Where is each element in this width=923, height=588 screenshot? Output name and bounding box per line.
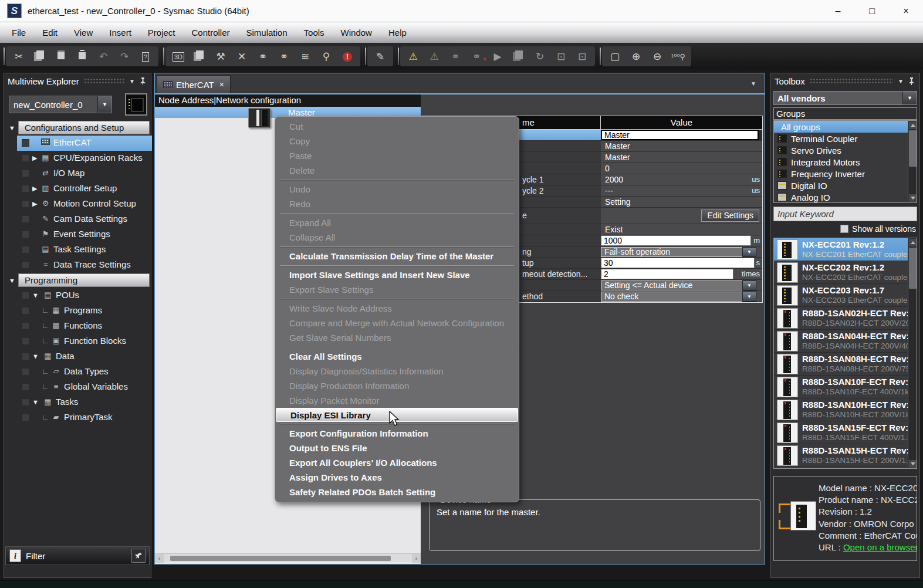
menu-item-output-to-ens-file[interactable]: Output to ENS File (275, 441, 519, 455)
group-item-servo-drives[interactable]: Servo Drives (774, 144, 917, 156)
undo-icon[interactable]: ↶ (93, 50, 114, 63)
copy-icon[interactable] (29, 50, 50, 62)
scrollbar-thumb[interactable] (909, 130, 917, 167)
redo-icon[interactable]: ↷ (114, 50, 135, 63)
group-item-all-groups[interactable]: All groups (774, 121, 917, 133)
scroll-down-icon[interactable] (909, 194, 917, 202)
scroll-left-icon[interactable]: ‹ (155, 554, 164, 563)
filter-bar[interactable]: i Filter (5, 546, 150, 565)
expand-arrow-icon[interactable]: ▶ (32, 200, 37, 208)
download-icon[interactable]: ⊡ (550, 50, 572, 63)
scroll-up-icon[interactable] (909, 121, 917, 129)
chevron-down-icon[interactable]: ▼ (97, 96, 111, 113)
check-method-dropdown[interactable]: No check ▼ (601, 292, 756, 302)
sync-icon[interactable]: ↻ (529, 50, 550, 63)
tree-item-cam-data-settings[interactable]: ✎ Cam Data Settings (4, 212, 151, 227)
tree-item-function-blocks[interactable]: ∟ ▣ Function Blocks (4, 334, 151, 349)
device-item-nx-ecc201[interactable]: NX-ECC201 Rev:1.2 NX-ECC201 EtherCAT cou… (774, 238, 917, 261)
group-item-terminal-coupler[interactable]: Terminal Coupler (774, 133, 917, 144)
controller-selector[interactable]: new_Controller_0 ▼ (9, 96, 112, 113)
close-button[interactable]: × (889, 0, 923, 22)
menu-item-export-slave-settings[interactable]: Export Slave Settings (275, 282, 519, 297)
menu-view[interactable]: View (66, 22, 101, 43)
group-item-analog-io[interactable]: Analog IO (774, 191, 917, 203)
tree-item-tasks[interactable]: ▼ ▦ Tasks (4, 395, 151, 410)
scroll-up-icon[interactable] (909, 239, 917, 246)
menu-item-collapse-all[interactable]: Collapse All (275, 230, 519, 245)
tree-item-io-map[interactable]: ⇄ I/O Map (4, 166, 151, 181)
upload-icon[interactable]: ⊡ (572, 50, 593, 63)
device-item-r88d-1san02h[interactable]: R88D-1SAN02H-ECT Rev:1.0 R88D-1SAN02H-EC… (774, 307, 917, 330)
filter-pin-button[interactable] (131, 549, 146, 563)
tree-item-task-settings[interactable]: ▤ Task Settings (4, 242, 151, 258)
open-browser-link[interactable]: Open on a browser (843, 542, 917, 552)
device-item-r88d-1san15f[interactable]: R88D-1SAN15F-ECT Rev:1.0 R88D-1SAN15F-EC… (774, 421, 917, 444)
data-trace-icon[interactable]: ≋ (295, 50, 316, 63)
menu-item-clear-all-settings[interactable]: Clear All Settings (275, 349, 519, 364)
menu-simulation[interactable]: Simulation (238, 22, 296, 43)
monitor-watch-icon[interactable]: ⚭ (252, 50, 273, 63)
menu-item-display-packet-monitor[interactable]: Display Packet Monitor (275, 393, 519, 408)
monitor-stop-icon[interactable]: ⚭✕ (466, 50, 487, 63)
tree-item-controller-setup[interactable]: ▶ ▥ Controller Setup (4, 181, 151, 197)
zoom-100-icon[interactable]: ¹⁰⁰⚲ (668, 52, 689, 61)
tree-item-motion-control-setup[interactable]: ▶ ⚙ Motion Control Setup (4, 197, 151, 212)
menu-item-display-production-info[interactable]: Display Production Information (275, 379, 519, 393)
tree-item-global-variables[interactable]: ∟ ≡ Global Variables (4, 380, 151, 395)
panel-menu-icon[interactable]: ▼ (898, 78, 904, 85)
section-programming[interactable]: Programming (18, 273, 150, 287)
delete-icon[interactable] (72, 50, 93, 62)
group-item-digital-io[interactable]: Digital IO (774, 180, 917, 191)
menu-window[interactable]: Window (333, 22, 380, 43)
vendor-filter-dropdown[interactable]: All vendors ▼ (773, 91, 917, 105)
tree-item-cpu-expansion-racks[interactable]: ▶ ▦ CPU/Expansion Racks (4, 151, 151, 166)
collapse-arrow-icon[interactable]: ▼ (9, 277, 15, 284)
menu-item-undo[interactable]: Undo (275, 182, 519, 197)
cut-icon[interactable]: ✂ (8, 50, 29, 63)
menu-edit[interactable]: Edit (34, 22, 66, 43)
fit-zoom-icon[interactable]: ▢ (604, 50, 626, 63)
tree-item-data-types[interactable]: ∟ ▱ Data Types (4, 364, 151, 380)
view-3d-icon[interactable]: 3D (168, 50, 189, 62)
tree-item-primary-task[interactable]: ∟ ▰ PrimaryTask (4, 410, 151, 425)
menu-controller[interactable]: Controller (183, 22, 238, 43)
expand-arrow-icon[interactable]: ▶ (32, 154, 37, 162)
menu-item-delete[interactable]: Delete (275, 163, 519, 178)
tree-item-data-trace-settings[interactable]: ≈ Data Trace Settings (4, 258, 151, 273)
device-name-input[interactable] (601, 130, 759, 140)
device-item-r88d-1san15h[interactable]: R88D-1SAN15H-ECT Rev:1.0 R88D-1SAN15H-EC… (774, 444, 917, 467)
scrollbar-thumb[interactable] (170, 556, 391, 561)
zoom-out-icon[interactable]: ⊖ (647, 50, 668, 63)
menu-file[interactable]: File (4, 22, 34, 43)
section-configurations[interactable]: Configurations and Setup (18, 121, 150, 134)
device-list-scrollbar[interactable] (908, 238, 917, 468)
menu-project[interactable]: Project (140, 22, 184, 43)
tree-item-ethercat[interactable]: EtherCAT (17, 136, 152, 151)
menu-tools[interactable]: Tools (296, 22, 333, 43)
chevron-down-icon[interactable]: ▼ (902, 92, 917, 104)
menu-item-redo[interactable]: Redo (275, 197, 519, 211)
collapse-arrow-icon[interactable]: ▼ (32, 292, 39, 299)
window-layout-icon[interactable] (189, 50, 210, 62)
chevron-down-icon[interactable]: ▼ (742, 281, 756, 290)
collapse-arrow-icon[interactable]: ▼ (9, 124, 15, 131)
device-item-r88d-1san08h[interactable]: R88D-1SAN08H-ECT Rev:1.0 R88D-1SAN08H-EC… (774, 353, 917, 376)
horizontal-scrollbar[interactable]: ‹ › (155, 553, 421, 562)
menu-item-paste[interactable]: Paste (275, 148, 519, 163)
group-item-frequency-inverter[interactable]: Frequency Inverter (774, 168, 917, 180)
value-input[interactable] (601, 258, 755, 268)
device-item-r88d-1san10h[interactable]: R88D-1SAN10H-ECT Rev:1.0 R88D-1SAN10H-EC… (774, 398, 917, 421)
minimize-button[interactable]: – (821, 0, 855, 22)
search-icon[interactable]: ⚲ (316, 50, 337, 63)
groups-scrollbar[interactable] (908, 121, 917, 202)
tree-item-data[interactable]: ▼ ▦ Data (4, 349, 151, 364)
zoom-in-icon[interactable]: ⊕ (626, 50, 647, 63)
menu-item-copy[interactable]: Copy (275, 134, 519, 148)
menu-help[interactable]: Help (380, 22, 415, 43)
paste-icon[interactable] (50, 50, 72, 62)
group-item-integrated-motors[interactable]: Integrated Motors (774, 156, 917, 168)
expand-arrow-icon[interactable]: ▶ (32, 185, 37, 192)
master-device-icon[interactable] (248, 108, 271, 128)
failsoft-dropdown[interactable]: Fail-soft operation ▼ (601, 247, 756, 257)
menu-item-display-diagnosis[interactable]: Display Diagnosis/Statistics Information (275, 364, 519, 379)
